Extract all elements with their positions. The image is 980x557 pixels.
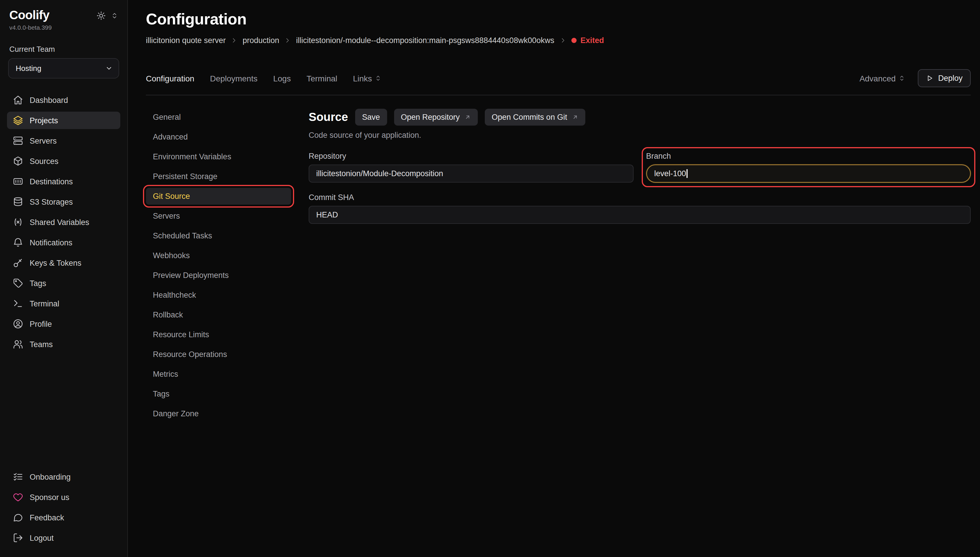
branch-input[interactable]: level-100 <box>646 164 971 182</box>
arrow-up-right-icon <box>465 114 471 121</box>
commit-sha-label: Commit SHA <box>309 193 971 202</box>
theme-toggle-sun-icon[interactable] <box>96 11 106 20</box>
sidebar-item-destinations[interactable]: Destinations <box>7 173 120 190</box>
config-nav-persistent-storage[interactable]: Persistent Storage <box>146 168 291 185</box>
tabs: Configuration Deployments Logs Terminal … <box>146 73 381 83</box>
main-content: Configuration illicitonion quote server … <box>128 0 980 557</box>
status-badge: Exited <box>571 36 604 45</box>
deploy-button[interactable]: Deploy <box>918 69 971 87</box>
team-select[interactable]: Hosting <box>8 58 119 78</box>
users-icon <box>13 339 23 349</box>
sidebar-item-notifications[interactable]: Notifications <box>7 234 120 251</box>
sidebar-item-dashboard[interactable]: Dashboard <box>7 91 120 109</box>
sidebar-item-label: Shared Variables <box>30 218 89 226</box>
sidebar-item-label: Sources <box>30 157 59 165</box>
config-nav-rollback[interactable]: Rollback <box>146 306 291 323</box>
deploy-button-label: Deploy <box>938 74 962 83</box>
sidebar-nav: Dashboard Projects Servers Sources Desti… <box>7 91 120 353</box>
app-logo: Coolify <box>9 8 49 21</box>
config-nav: General Advanced Environment Variables P… <box>146 109 291 422</box>
server-icon <box>13 135 23 146</box>
sidebar-item-servers[interactable]: Servers <box>7 132 120 150</box>
source-header: Source Save Open Repository Open Commits… <box>309 109 971 125</box>
config-nav-servers[interactable]: Servers <box>146 208 291 225</box>
open-commits-button[interactable]: Open Commits on Git <box>485 109 585 125</box>
config-nav-resource-limits[interactable]: Resource Limits <box>146 326 291 343</box>
sidebar-item-label: Tags <box>30 279 46 288</box>
tab-deployments[interactable]: Deployments <box>210 73 257 83</box>
source-fields: Repository Branch level-100 Commit <box>309 152 971 224</box>
branch-field-annotation-box: Branch level-100 <box>646 152 971 182</box>
chat-icon <box>13 512 23 523</box>
arrow-up-right-icon <box>572 114 578 121</box>
user-circle-icon <box>13 319 23 329</box>
sidebar-item-onboarding[interactable]: Onboarding <box>7 468 120 485</box>
config-nav-preview-deployments[interactable]: Preview Deployments <box>146 267 291 284</box>
config-nav-environment-variables[interactable]: Environment Variables <box>146 148 291 165</box>
config-nav-healthcheck[interactable]: Healthcheck <box>146 287 291 303</box>
sidebar-item-s3-storages[interactable]: S3 Storages <box>7 193 120 210</box>
sidebar-item-sources[interactable]: Sources <box>7 152 120 170</box>
breadcrumb: illicitonion quote server production ill… <box>146 36 971 45</box>
sidebar-footer: Onboarding Sponsor us Feedback Logout <box>7 468 120 547</box>
config-nav-tags[interactable]: Tags <box>146 386 291 402</box>
commit-sha-input[interactable] <box>309 206 971 224</box>
sidebar-item-terminal[interactable]: Terminal <box>7 295 120 312</box>
config-nav-general[interactable]: General <box>146 109 291 125</box>
config-nav-danger-zone[interactable]: Danger Zone <box>146 405 291 422</box>
variable-icon <box>13 217 23 227</box>
config-nav-git-source[interactable]: Git Source <box>146 188 291 205</box>
tab-terminal[interactable]: Terminal <box>307 73 337 83</box>
config-nav-scheduled-tasks[interactable]: Scheduled Tasks <box>146 227 291 244</box>
sidebar-item-feedback[interactable]: Feedback <box>7 509 120 526</box>
sidebar-item-label: Profile <box>30 319 52 328</box>
save-button[interactable]: Save <box>355 109 387 125</box>
sidebar-item-label: Servers <box>30 136 57 145</box>
tab-logs[interactable]: Logs <box>273 73 291 83</box>
config-nav-resource-operations[interactable]: Resource Operations <box>146 346 291 363</box>
tab-links[interactable]: Links <box>353 73 381 83</box>
sidebar-item-label: Onboarding <box>30 472 71 481</box>
sidebar-item-keys-tokens[interactable]: Keys & Tokens <box>7 254 120 272</box>
config-nav-metrics[interactable]: Metrics <box>146 366 291 383</box>
sidebar: Coolify v4.0.0-beta.399 Current Team Hos… <box>0 0 128 557</box>
breadcrumb-project[interactable]: illicitonion quote server <box>146 36 226 45</box>
sidebar-item-logout[interactable]: Logout <box>7 529 120 547</box>
home-icon <box>13 95 23 105</box>
sidebar-item-profile[interactable]: Profile <box>7 315 120 332</box>
play-icon <box>926 75 933 82</box>
branch-input-value: level-100 <box>654 169 686 178</box>
tabs-row: Configuration Deployments Logs Terminal … <box>146 69 971 87</box>
terminal-icon <box>13 298 23 309</box>
status-dot <box>571 38 576 43</box>
app-version: v4.0.0-beta.399 <box>9 24 118 31</box>
chevrons-up-down-icon <box>899 75 905 81</box>
save-button-label: Save <box>362 113 380 122</box>
config-nav-advanced[interactable]: Advanced <box>146 129 291 145</box>
database-icon <box>13 197 23 207</box>
sidebar-item-teams[interactable]: Teams <box>7 336 120 353</box>
configuration-content: General Advanced Environment Variables P… <box>146 109 971 422</box>
tab-links-label: Links <box>353 73 372 83</box>
open-repository-button[interactable]: Open Repository <box>394 109 478 125</box>
advanced-toggle[interactable]: Advanced <box>860 73 905 83</box>
repository-input[interactable] <box>309 164 633 182</box>
chevron-down-icon <box>105 65 113 72</box>
sidebar-item-tags[interactable]: Tags <box>7 274 120 292</box>
config-nav-webhooks[interactable]: Webhooks <box>146 247 291 264</box>
bell-icon <box>13 237 23 248</box>
chevron-right-icon <box>231 37 237 44</box>
text-cursor <box>687 169 687 178</box>
breadcrumb-resource[interactable]: illicitestonion/-module--decomposition:m… <box>296 36 554 45</box>
breadcrumb-environment[interactable]: production <box>243 36 279 45</box>
sidebar-item-projects[interactable]: Projects <box>7 112 120 129</box>
source-description: Code source of your application. <box>309 131 971 140</box>
layers-icon <box>13 115 23 125</box>
open-repository-label: Open Repository <box>401 113 460 122</box>
sidebar-item-sponsor-us[interactable]: Sponsor us <box>7 489 120 506</box>
tab-configuration[interactable]: Configuration <box>146 73 194 83</box>
sidebar-collapse-chevrons-icon[interactable] <box>111 12 118 19</box>
sidebar-item-shared-variables[interactable]: Shared Variables <box>7 213 120 231</box>
commit-sha-field: Commit SHA <box>309 193 971 224</box>
sidebar-item-label: Logout <box>30 533 54 542</box>
